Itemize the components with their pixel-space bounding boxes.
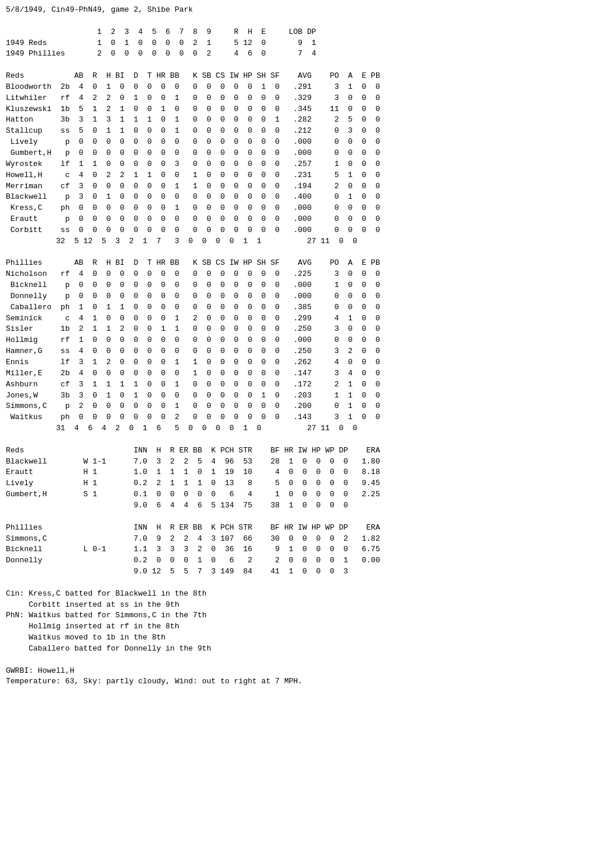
scorecard-content: 5/8/1949, Cin49-PhN49, game 2, Shibe Par… [6, 5, 597, 687]
